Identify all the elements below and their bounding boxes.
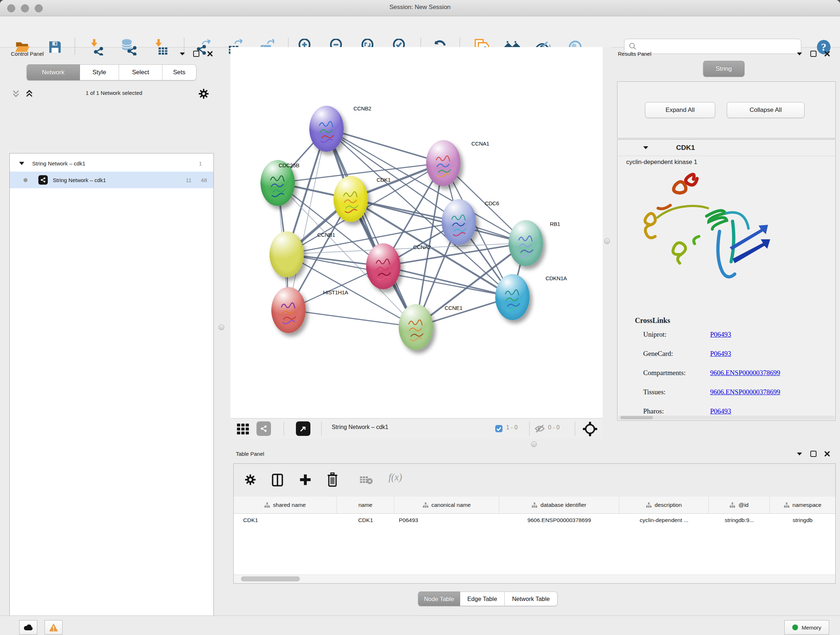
panel-close-icon[interactable] xyxy=(824,451,830,456)
table-horizontal-scrollbar[interactable] xyxy=(234,575,835,583)
crosslinks-list: Uniprot:P06493 GeneCard:P06493 Compartme… xyxy=(643,331,685,426)
network-edge xyxy=(351,199,526,243)
network-collection-row[interactable]: String Network – cdk1 1 xyxy=(10,155,213,172)
panel-collapse-icon[interactable] xyxy=(797,452,802,456)
node-label: CDC25B xyxy=(279,162,299,168)
table-panel-controls xyxy=(797,451,830,457)
crosslink-link[interactable]: P06493 xyxy=(710,331,731,339)
gear-icon[interactable] xyxy=(198,88,209,99)
warning-status-button[interactable] xyxy=(44,620,63,635)
app-status-bar: Memory xyxy=(0,616,840,635)
gene-name: CDK1 xyxy=(676,144,695,152)
tab-network-table[interactable]: Network Table xyxy=(505,592,557,606)
network-node-cdc6[interactable] xyxy=(442,199,476,245)
network-node-ccnb1[interactable] xyxy=(270,231,304,277)
column-header[interactable]: shared name xyxy=(234,497,337,513)
fit-selected-target-icon[interactable] xyxy=(582,421,598,437)
expand-all-button[interactable]: Expand All xyxy=(645,102,715,118)
network-node-ccna2[interactable] xyxy=(366,243,401,289)
crosslink-link[interactable]: P06493 xyxy=(710,350,731,358)
column-header[interactable]: database identifier xyxy=(499,497,619,513)
panel-collapse-icon[interactable] xyxy=(180,52,185,56)
cloud-icon xyxy=(23,624,33,631)
network-row-selected[interactable]: String Network – cdk1 11 48 xyxy=(10,172,213,188)
network-edge xyxy=(288,128,326,310)
table-row[interactable]: CDK1 CDK1 P06493 9606.ENSP00000378699 cy… xyxy=(234,513,835,527)
column-header[interactable]: name xyxy=(337,497,395,513)
memory-label: Memory xyxy=(802,624,821,631)
cell-name: CDK1 xyxy=(337,513,395,527)
table-toolbar: f(x) xyxy=(234,464,835,497)
crosslink-label: Compartments: xyxy=(643,369,685,377)
network-node-ccne1[interactable] xyxy=(399,304,433,350)
column-header[interactable]: namespace xyxy=(770,497,835,513)
detach-view-button[interactable] xyxy=(296,421,310,436)
gear-icon[interactable] xyxy=(245,474,256,486)
tab-style[interactable]: Style xyxy=(80,65,119,80)
network-node-hist1h1a[interactable] xyxy=(271,287,306,333)
gene-description: cyclin-dependent kinase 1 xyxy=(626,158,698,166)
collection-label: String Network – cdk1 xyxy=(32,160,85,166)
cloud-status-button[interactable] xyxy=(19,620,37,635)
network-node-ccna1[interactable] xyxy=(426,140,461,186)
network-node-cdkn1a[interactable] xyxy=(495,274,530,320)
tab-sets[interactable]: Sets xyxy=(163,65,196,80)
results-panel-tabs: String xyxy=(703,61,745,77)
scrollbar-thumb[interactable] xyxy=(241,576,300,581)
collapse-all-button[interactable]: Collapse All xyxy=(727,102,805,118)
add-column-plus-icon[interactable] xyxy=(299,473,312,486)
panel-close-icon[interactable] xyxy=(207,51,213,57)
table-panel-title: Table Panel xyxy=(236,451,264,457)
network-node-ccnb2[interactable] xyxy=(309,106,344,152)
protein-thumbnail-icon xyxy=(516,232,536,260)
crosslink-link[interactable]: P06493 xyxy=(710,407,731,415)
node-table: f(x) shared name name canonical name dat… xyxy=(233,463,836,584)
show-columns-icon[interactable] xyxy=(271,473,284,487)
hidden-counts: 0 - 0 xyxy=(548,424,560,431)
tab-string[interactable]: String xyxy=(703,61,745,77)
vertical-splitter-handle[interactable] xyxy=(604,238,610,244)
memory-button[interactable]: Memory xyxy=(784,620,829,635)
panel-float-icon[interactable] xyxy=(193,51,199,57)
network-canvas[interactable]: CCNB2CCNA1CDC25BCDK1CDC6RB1CCNB1CCNA2CDK… xyxy=(231,47,603,418)
left-splitter-handle[interactable] xyxy=(218,325,224,330)
network-node-rb1[interactable] xyxy=(508,220,543,266)
column-header[interactable]: @id xyxy=(709,497,770,513)
tab-node-table[interactable]: Node Table xyxy=(418,592,460,606)
node-label: CDKN1A xyxy=(546,275,567,281)
panel-float-icon[interactable] xyxy=(810,51,816,57)
gene-section-header[interactable]: CDK1 xyxy=(617,140,835,156)
tab-select[interactable]: Select xyxy=(119,65,163,80)
section-collapse-triangle-icon[interactable] xyxy=(643,146,649,149)
protein-thumbnail-icon xyxy=(406,316,426,344)
horizontal-splitter[interactable] xyxy=(231,439,840,449)
tree-expand-triangle-icon[interactable] xyxy=(19,162,24,165)
protein-thumbnail-icon xyxy=(373,255,393,283)
section-scrollbar[interactable] xyxy=(618,416,835,420)
horizontal-splitter-handle[interactable] xyxy=(531,441,537,447)
vertical-splitter[interactable] xyxy=(603,47,611,449)
cell-shared-name: CDK1 xyxy=(234,513,337,527)
panel-float-icon[interactable] xyxy=(810,451,816,457)
birdseye-grid-icon[interactable] xyxy=(236,422,250,436)
panel-close-icon[interactable] xyxy=(824,51,830,57)
string-view-icon[interactable] xyxy=(256,421,271,436)
network-edge xyxy=(326,128,416,327)
column-header[interactable]: description xyxy=(619,497,709,513)
tab-edge-table[interactable]: Edge Table xyxy=(460,592,505,606)
selected-counts: 1 - 0 xyxy=(506,424,518,431)
protein-thumbnail-icon xyxy=(449,211,469,239)
crosslink-link[interactable]: 9606.ENSP00000378699 xyxy=(710,369,780,377)
control-panel-controls xyxy=(180,51,213,57)
selected-checkbox-icon[interactable] xyxy=(495,424,503,432)
separator xyxy=(529,421,530,436)
network-node-cdk1[interactable] xyxy=(333,176,368,222)
network-view-toolbar: String Network – cdk1 1 - 0 0 - 0 xyxy=(231,418,603,439)
crosslink-link[interactable]: 9606.ENSP00000378699 xyxy=(710,388,780,396)
tab-network[interactable]: Network xyxy=(27,65,80,80)
control-panel: Control Panel Network Style Select Sets … xyxy=(0,47,228,616)
panel-collapse-icon[interactable] xyxy=(797,52,802,56)
protein-thumbnail-icon xyxy=(279,299,299,326)
delete-column-trash-icon[interactable] xyxy=(326,472,339,487)
column-header[interactable]: canonical name xyxy=(394,497,499,513)
